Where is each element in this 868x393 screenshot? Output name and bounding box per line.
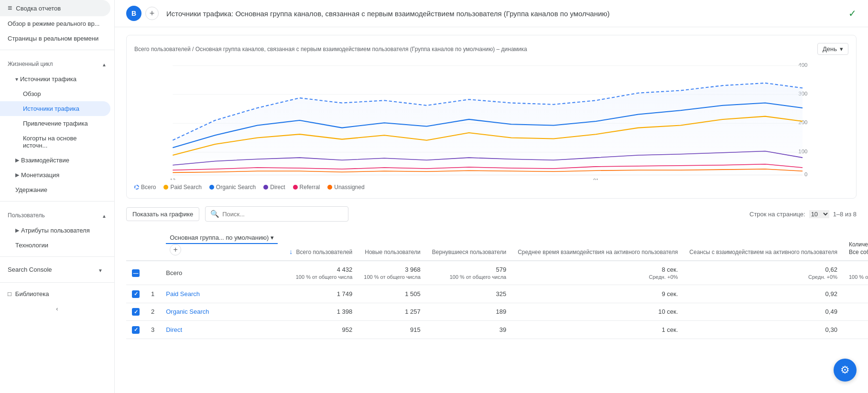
- row3-rank: 3: [145, 321, 160, 339]
- total-checkbox[interactable]: [132, 269, 140, 277]
- sub-value: Средн. +0%: [518, 274, 678, 280]
- total-avg-time: 8 сек. Средн. +0%: [512, 261, 684, 285]
- chevron-down-icon: ▾: [271, 234, 274, 241]
- row3-checkbox[interactable]: [132, 326, 140, 334]
- row2-returning-users: 189: [426, 303, 512, 321]
- sidebar-item-traffic-sources[interactable]: Источники трафика: [0, 101, 110, 116]
- row1-name[interactable]: Paid Search: [160, 285, 283, 303]
- value: 3 968: [364, 266, 421, 273]
- sub-value: 100 % от общего числа: [364, 274, 421, 280]
- svg-text:0: 0: [804, 171, 807, 177]
- row2-checkbox[interactable]: [132, 308, 140, 316]
- table-row: 1 Paid Search 1 749 1 505 325 9 сек. 0,9…: [126, 285, 868, 303]
- legend-item-total[interactable]: Всего: [134, 184, 156, 191]
- chart-period-button[interactable]: День ▾: [817, 43, 848, 55]
- legend-item-paid-search[interactable]: Paid Search: [163, 184, 201, 191]
- th-total-users[interactable]: ↓ Всего пользователей: [283, 227, 358, 261]
- sidebar-item-reports[interactable]: ≡ Сводка отчетов: [0, 0, 110, 16]
- row2-name[interactable]: Organic Search: [160, 303, 283, 321]
- total-returning-users: 579 100 % от общего числа: [426, 261, 512, 285]
- value: 0,62: [689, 266, 837, 273]
- sidebar-item-technology[interactable]: Технологии: [0, 238, 110, 253]
- dimension-dropdown[interactable]: Основная группа... по умолчанию) ▾: [166, 232, 278, 244]
- svg-text:400: 400: [798, 62, 807, 68]
- sidebar-item-traffic-acquisition[interactable]: Привлечение трафика: [0, 116, 110, 131]
- legend-item-organic-search[interactable]: Organic Search: [209, 184, 256, 191]
- legend-label: Direct: [270, 184, 285, 191]
- sidebar-item-overview[interactable]: Обзор: [0, 86, 110, 101]
- sub-value: 100 % от общего числа: [432, 274, 506, 280]
- sidebar-item-retention[interactable]: Удержание: [0, 182, 110, 197]
- sidebar-item-label: Обзор в режиме реального вр...: [8, 20, 99, 27]
- table-total-row: Всего 4 432 100 % от общего числа 3 968 …: [126, 261, 868, 285]
- settings-fab-button[interactable]: ⚙: [834, 359, 857, 382]
- svg-text:17: 17: [255, 180, 260, 180]
- legend-item-referral[interactable]: Referral: [293, 184, 320, 191]
- value: 8 сек.: [518, 266, 678, 273]
- sidebar-item-engagement[interactable]: ▶ Взаимодействие: [0, 153, 110, 168]
- legend-item-unassigned[interactable]: Unassigned: [327, 184, 364, 191]
- legend-item-direct[interactable]: Direct: [263, 184, 285, 191]
- sidebar-collapse-button[interactable]: ‹: [0, 301, 114, 316]
- th-dimension[interactable]: Основная группа... по умолчанию) ▾ +: [160, 227, 283, 261]
- th-returning-users[interactable]: Вернувшиеся пользователи: [426, 227, 512, 261]
- row1-checkbox-cell[interactable]: [126, 285, 145, 303]
- row2-new-users: 1 257: [358, 303, 426, 321]
- events-filter-dropdown[interactable]: Все события ▾: [849, 249, 868, 255]
- row1-events: 13 562: [843, 285, 868, 303]
- th-events[interactable]: Количество событий Все события ▾: [843, 227, 868, 261]
- svg-text:23: 23: [381, 180, 387, 180]
- sidebar-item-cohorts[interactable]: Когорты на основе источн...: [0, 131, 110, 153]
- sidebar-item-realtime-pages[interactable]: Страницы в реальном времени: [0, 31, 110, 46]
- sidebar-item-library[interactable]: □ Библиотека: [0, 287, 110, 301]
- sidebar-item-label: Монетизация: [21, 171, 59, 179]
- sidebar-item-realtime-overview[interactable]: Обзор в режиме реального вр...: [0, 16, 110, 31]
- table-header-row: Основная группа... по умолчанию) ▾ + ↓ В…: [126, 227, 868, 261]
- row3-sessions-per-user: 0,30: [684, 321, 843, 339]
- svg-text:05: 05: [678, 180, 684, 180]
- th-sessions-per-user[interactable]: Сеансы с взаимодействием на активного по…: [684, 227, 843, 261]
- avatar[interactable]: B: [126, 6, 141, 21]
- chart-svg: 400 300 200 100 0: [134, 61, 848, 180]
- sidebar-item-monetization[interactable]: ▶ Монетизация: [0, 168, 110, 182]
- chevron-right-icon: ▶: [15, 227, 19, 234]
- svg-text:09: 09: [762, 180, 768, 180]
- section-label: Пользователь: [8, 212, 45, 219]
- row3-checkbox-cell[interactable]: [126, 321, 145, 339]
- show-on-chart-button[interactable]: Показать на графике: [126, 207, 199, 221]
- page-header: B + Источники трафика: Основная группа к…: [115, 0, 868, 27]
- search-icon: 🔍: [210, 210, 219, 218]
- svg-text:19: 19: [297, 180, 303, 180]
- search-input[interactable]: [222, 211, 343, 218]
- row1-checkbox[interactable]: [132, 290, 140, 298]
- filter-label: Все события: [849, 249, 868, 255]
- sidebar-item-user-attributes[interactable]: ▶ Атрибуты пользователя: [0, 223, 110, 238]
- rows-per-page-select[interactable]: 10 25 50 100: [809, 210, 829, 218]
- th-avg-time[interactable]: Среднее время взаимодействия на активног…: [512, 227, 684, 261]
- th-new-users[interactable]: Новые пользователи: [358, 227, 426, 261]
- sidebar-item-label: Привлечение трафика: [23, 120, 88, 127]
- total-new-users: 3 968 100 % от общего числа: [358, 261, 426, 285]
- chart-header: Всего пользователей / Основная группа ка…: [134, 43, 848, 55]
- th-checkbox: [126, 227, 145, 261]
- add-column-button[interactable]: +: [170, 244, 181, 255]
- row3-total-users: 952: [283, 321, 358, 339]
- legend-label: Unassigned: [334, 184, 364, 191]
- sidebar-item-label: Сводка отчетов: [16, 5, 61, 12]
- add-property-button[interactable]: +: [145, 7, 159, 20]
- total-checkbox-cell[interactable]: [126, 261, 145, 285]
- row2-checkbox-cell[interactable]: [126, 303, 145, 321]
- row1-avg-time: 9 сек.: [512, 285, 684, 303]
- dimension-label: Основная группа... по умолчанию): [170, 234, 269, 241]
- sidebar-item-traffic-sources-group[interactable]: ▾ Источники трафика: [0, 72, 110, 86]
- sidebar-section-lifecycle[interactable]: Жизненный цикл: [0, 54, 114, 72]
- row2-events: 7 043: [843, 303, 868, 321]
- svg-text:27: 27: [466, 180, 472, 180]
- all-events-dropdown[interactable]: Количество событий: [849, 241, 868, 248]
- reports-icon: ≡: [8, 4, 12, 12]
- column-label: Сеансы с взаимодействием на активного по…: [689, 249, 837, 255]
- row3-name[interactable]: Direct: [160, 321, 283, 339]
- table-row: 2 Organic Search 1 398 1 257 189 10 сек.…: [126, 303, 868, 321]
- sidebar-section-user[interactable]: Пользователь: [0, 205, 114, 223]
- sidebar-item-search-console[interactable]: Search Console: [0, 261, 110, 278]
